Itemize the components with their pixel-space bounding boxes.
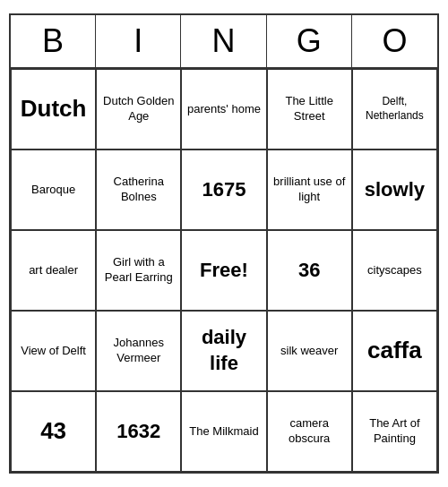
cell-text-1: Dutch Golden Age <box>100 94 177 124</box>
bingo-cell-12: Free! <box>181 230 266 311</box>
cell-text-11: Girl with a Pearl Earring <box>100 255 177 286</box>
bingo-cell-16: Johannes Vermeer <box>96 311 181 391</box>
bingo-cell-19: caffa <box>352 311 437 391</box>
cell-text-3: The Little Street <box>271 94 348 124</box>
bingo-cell-15: View of Delft <box>11 311 96 391</box>
cell-text-5: Baroque <box>31 183 75 198</box>
cell-text-9: slowly <box>365 177 425 203</box>
bingo-cell-21: 1632 <box>96 391 181 472</box>
cell-text-7: 1675 <box>202 177 246 203</box>
cell-text-10: art dealer <box>29 263 78 278</box>
header-letter-G: G <box>267 15 352 67</box>
cell-text-4: Delft, Netherlands <box>357 95 433 123</box>
bingo-cell-7: 1675 <box>181 150 266 230</box>
bingo-cell-13: 36 <box>267 230 352 311</box>
bingo-cell-9: slowly <box>352 150 437 230</box>
cell-text-18: silk weaver <box>280 344 338 359</box>
bingo-cell-0: Dutch <box>11 69 96 150</box>
bingo-cell-1: Dutch Golden Age <box>96 69 181 150</box>
bingo-cell-18: silk weaver <box>267 311 352 391</box>
bingo-cell-24: The Art of Painting <box>352 391 437 472</box>
cell-text-21: 1632 <box>116 419 160 445</box>
bingo-header: BINGO <box>11 15 437 69</box>
header-letter-I: I <box>96 15 181 67</box>
cell-text-13: 36 <box>298 258 320 284</box>
cell-text-20: 43 <box>40 416 66 447</box>
cell-text-17: daily life <box>185 325 262 376</box>
bingo-cell-2: parents' home <box>181 69 266 150</box>
cell-text-8: brilliant use of light <box>271 175 348 205</box>
cell-text-12: Free! <box>200 258 248 284</box>
bingo-cell-17: daily life <box>181 311 266 391</box>
cell-text-23: camera obscura <box>271 416 348 447</box>
cell-text-6: Catherina Bolnes <box>100 175 177 205</box>
cell-text-24: The Art of Painting <box>357 416 433 447</box>
bingo-grid: DutchDutch Golden Ageparents' homeThe Li… <box>11 69 437 472</box>
bingo-cell-23: camera obscura <box>267 391 352 472</box>
bingo-cell-22: The Milkmaid <box>181 391 266 472</box>
cell-text-22: The Milkmaid <box>189 424 258 440</box>
bingo-cell-8: brilliant use of light <box>267 150 352 230</box>
bingo-cell-4: Delft, Netherlands <box>352 69 437 150</box>
cell-text-2: parents' home <box>187 102 261 117</box>
header-letter-N: N <box>181 15 266 67</box>
bingo-cell-10: art dealer <box>11 230 96 311</box>
cell-text-16: Johannes Vermeer <box>100 336 177 366</box>
bingo-card: BINGO DutchDutch Golden Ageparents' home… <box>9 13 439 474</box>
cell-text-19: caffa <box>367 336 422 366</box>
bingo-cell-20: 43 <box>11 391 96 472</box>
bingo-cell-6: Catherina Bolnes <box>96 150 181 230</box>
cell-text-0: Dutch <box>21 94 87 124</box>
cell-text-15: View of Delft <box>21 344 86 359</box>
cell-text-14: cityscapes <box>367 263 422 278</box>
bingo-cell-14: cityscapes <box>352 230 437 311</box>
header-letter-O: O <box>352 15 437 67</box>
header-letter-B: B <box>11 15 96 67</box>
bingo-cell-5: Baroque <box>11 150 96 230</box>
bingo-cell-3: The Little Street <box>267 69 352 150</box>
bingo-cell-11: Girl with a Pearl Earring <box>96 230 181 311</box>
